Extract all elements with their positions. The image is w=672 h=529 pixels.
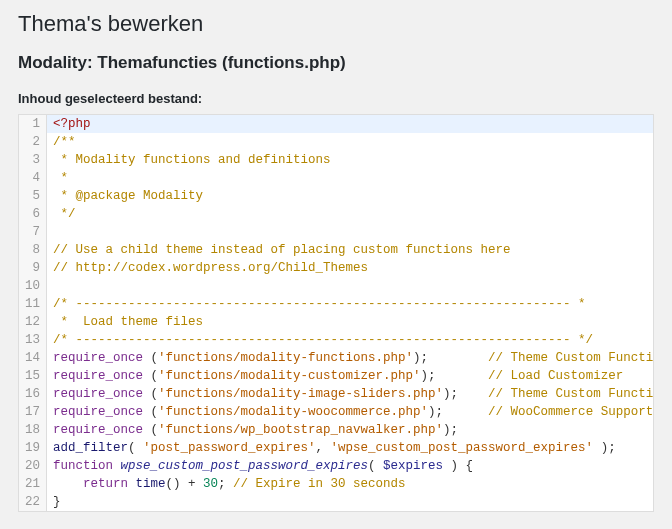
code-line[interactable]: 14require_once ('functions/modality-func…: [19, 349, 653, 367]
code-token: // Load Customizer: [488, 369, 623, 383]
code-token: (: [151, 405, 159, 419]
line-number: 20: [19, 457, 47, 475]
code-line[interactable]: 2/**: [19, 133, 653, 151]
line-number: 19: [19, 439, 47, 457]
line-number: 2: [19, 133, 47, 151]
code-token: * Modality functions and definitions: [53, 153, 331, 167]
line-content[interactable]: require_once ('functions/modality-woocom…: [47, 403, 653, 421]
code-line[interactable]: 17require_once ('functions/modality-wooc…: [19, 403, 653, 421]
code-line[interactable]: 12 * Load theme files: [19, 313, 653, 331]
code-token: (: [151, 351, 159, 365]
line-content[interactable]: // Use a child theme instead of placing …: [47, 241, 653, 259]
line-number: 12: [19, 313, 47, 331]
line-content[interactable]: // http://codex.wordpress.org/Child_Them…: [47, 259, 653, 277]
code-token: 'functions/modality-customizer.php': [158, 369, 421, 383]
line-number: 16: [19, 385, 47, 403]
line-number: 10: [19, 277, 47, 295]
code-token: );: [413, 351, 488, 365]
code-token: // Use a child theme instead of placing …: [53, 243, 511, 257]
code-line[interactable]: 10: [19, 277, 653, 295]
line-number: 14: [19, 349, 47, 367]
code-token: require_once: [53, 405, 151, 419]
code-token: // WooCommerce Support: [488, 405, 653, 419]
line-number: 15: [19, 367, 47, 385]
line-number: 13: [19, 331, 47, 349]
line-number: 6: [19, 205, 47, 223]
line-content[interactable]: /* -------------------------------------…: [47, 295, 653, 313]
line-content[interactable]: /* -------------------------------------…: [47, 331, 653, 349]
code-line[interactable]: 3 * Modality functions and definitions: [19, 151, 653, 169]
code-line[interactable]: 1<?php: [19, 115, 653, 133]
code-line[interactable]: 5 * @package Modality: [19, 187, 653, 205]
code-token: 30: [203, 477, 218, 491]
code-line[interactable]: 18require_once ('functions/wp_bootstrap_…: [19, 421, 653, 439]
code-token: () +: [166, 477, 204, 491]
line-content[interactable]: require_once ('functions/modality-functi…: [47, 349, 653, 367]
code-token: ;: [218, 477, 233, 491]
code-line[interactable]: 20function wpse_custom_post_password_exp…: [19, 457, 653, 475]
line-content[interactable]: require_once ('functions/wp_bootstrap_na…: [47, 421, 653, 439]
code-line[interactable]: 22}: [19, 493, 653, 511]
code-line[interactable]: 8// Use a child theme instead of placing…: [19, 241, 653, 259]
line-content[interactable]: /**: [47, 133, 653, 151]
code-token: 'functions/wp_bootstrap_navwalker.php': [158, 423, 443, 437]
code-token: 'wpse_custom_post_password_expires': [331, 441, 594, 455]
line-content[interactable]: require_once ('functions/modality-image-…: [47, 385, 653, 403]
code-token: // Theme Custom Functions: [488, 351, 653, 365]
code-token: 'functions/modality-image-sliders.php': [158, 387, 443, 401]
page-title: Thema's bewerken: [18, 10, 654, 39]
code-token: );: [443, 387, 488, 401]
line-number: 8: [19, 241, 47, 259]
line-number: 9: [19, 259, 47, 277]
code-line[interactable]: 7: [19, 223, 653, 241]
code-token: */: [53, 207, 76, 221]
code-line[interactable]: 13/* -----------------------------------…: [19, 331, 653, 349]
line-content[interactable]: add_filter( 'post_password_expires', 'wp…: [47, 439, 653, 457]
code-token: /* -------------------------------------…: [53, 333, 593, 347]
line-content[interactable]: <?php: [47, 115, 653, 133]
code-line[interactable]: 21 return time() + 30; // Expire in 30 s…: [19, 475, 653, 493]
code-line[interactable]: 9// http://codex.wordpress.org/Child_The…: [19, 259, 653, 277]
code-token: );: [421, 369, 489, 383]
code-token: 'post_password_expires': [143, 441, 316, 455]
code-line[interactable]: 11/* -----------------------------------…: [19, 295, 653, 313]
code-line[interactable]: 6 */: [19, 205, 653, 223]
code-token: ,: [316, 441, 331, 455]
code-token: wpse_custom_post_password_expires: [121, 459, 369, 473]
code-token: return: [83, 477, 136, 491]
code-token: // http://codex.wordpress.org/Child_Them…: [53, 261, 368, 275]
code-token: );: [593, 441, 616, 455]
code-line[interactable]: 4 *: [19, 169, 653, 187]
code-editor[interactable]: 1<?php2/**3 * Modality functions and def…: [18, 114, 654, 512]
content-label: Inhoud geselecteerd bestand:: [18, 91, 654, 106]
line-content[interactable]: }: [47, 493, 653, 511]
code-token: add_filter: [53, 441, 128, 455]
code-token: * Load theme files: [53, 315, 203, 329]
line-number: 1: [19, 115, 47, 133]
line-content[interactable]: */: [47, 205, 653, 223]
code-token: $expires: [383, 459, 443, 473]
line-content[interactable]: * @package Modality: [47, 187, 653, 205]
code-line[interactable]: 15require_once ('functions/modality-cust…: [19, 367, 653, 385]
code-token: require_once: [53, 351, 151, 365]
line-number: 22: [19, 493, 47, 511]
line-content[interactable]: * Load theme files: [47, 313, 653, 331]
code-token: require_once: [53, 387, 151, 401]
line-content[interactable]: *: [47, 169, 653, 187]
code-token: function: [53, 459, 121, 473]
code-token: );: [443, 423, 458, 437]
code-line[interactable]: 16require_once ('functions/modality-imag…: [19, 385, 653, 403]
line-content[interactable]: * Modality functions and definitions: [47, 151, 653, 169]
code-token: /**: [53, 135, 76, 149]
code-token: (: [151, 387, 159, 401]
code-token: (: [128, 441, 143, 455]
code-line[interactable]: 19add_filter( 'post_password_expires', '…: [19, 439, 653, 457]
line-content[interactable]: return time() + 30; // Expire in 30 seco…: [47, 475, 653, 493]
code-token: 'functions/modality-woocommerce.php': [158, 405, 428, 419]
code-token: [53, 477, 83, 491]
line-number: 17: [19, 403, 47, 421]
line-content[interactable]: function wpse_custom_post_password_expir…: [47, 457, 653, 475]
code-token: *: [53, 171, 68, 185]
line-content[interactable]: require_once ('functions/modality-custom…: [47, 367, 653, 385]
line-number: 5: [19, 187, 47, 205]
